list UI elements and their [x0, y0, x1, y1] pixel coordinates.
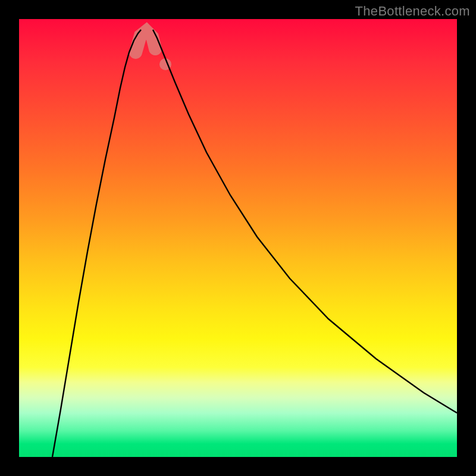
- curve-layer: [19, 19, 457, 457]
- chart-frame: TheBottleneck.com: [0, 0, 476, 476]
- watermark-text: TheBottleneck.com: [355, 4, 470, 19]
- highlight-worm: [136, 31, 155, 52]
- plot-area: [19, 19, 457, 457]
- right-curve: [153, 30, 457, 413]
- left-curve: [52, 30, 141, 457]
